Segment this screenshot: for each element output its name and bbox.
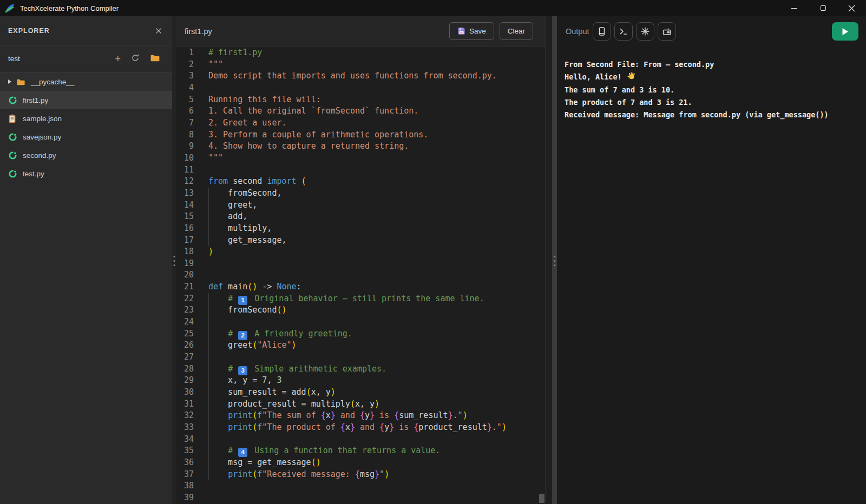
code-token: # — [228, 446, 238, 455]
line-number: 5 — [176, 94, 194, 106]
explorer-editor-splitter[interactable] — [172, 16, 176, 504]
code-token: " — [379, 469, 384, 479]
code-token: ) — [375, 399, 379, 409]
code-line-content: # first1.py — [208, 47, 545, 59]
terminal-button[interactable] — [614, 22, 633, 41]
line-number: 39 — [176, 492, 194, 504]
file-tree-item-savejson-py[interactable]: savejson.py — [0, 128, 172, 146]
file-tree-item-first1-py[interactable]: first1.py — [0, 91, 172, 109]
code-token: product_result — [418, 422, 487, 432]
close-icon — [848, 5, 855, 12]
indent-guide — [208, 410, 209, 422]
code-token: and — [336, 410, 360, 420]
line-number: 4 — [176, 82, 194, 94]
code-line-content: print(f"The sum of {x} and {y} is {sum_r… — [208, 410, 545, 422]
output-line: The sum of 7 and 3 is 10. — [565, 84, 861, 96]
editor-scrollbar-thumb[interactable] — [539, 494, 544, 503]
code-line: 33 print(f"The product of {x} and {y} is… — [176, 422, 545, 434]
code-line-content — [208, 258, 545, 270]
code-token: import — [267, 176, 296, 186]
line-number: 34 — [176, 434, 194, 446]
code-token: x, y — [355, 399, 375, 409]
code-line: 17 get_message, — [176, 235, 545, 247]
code-token: ) — [463, 410, 468, 420]
code-line: 18) — [176, 246, 545, 258]
explorer-panel: EXPLORER test + __pycache__first1.pysam — [0, 16, 172, 504]
save-button[interactable]: Save — [449, 22, 494, 40]
refresh-button[interactable] — [131, 54, 140, 64]
folder-icon — [16, 77, 25, 87]
code-line: 28 # 3 Simple arithmetic examples. — [176, 363, 545, 375]
window-controls — [780, 0, 866, 16]
clear-button[interactable]: Clear — [500, 22, 533, 40]
code-token: "Alice" — [257, 340, 291, 350]
code-line: 39 — [176, 492, 545, 504]
minimize-button[interactable] — [780, 0, 809, 16]
code-line: 2""" — [176, 59, 545, 71]
indent-guide — [208, 223, 209, 235]
code-token: ." — [453, 410, 463, 420]
output-text: The sum of 7 and 3 is 10. — [565, 84, 674, 96]
close-icon — [155, 28, 162, 34]
explorer-close-button[interactable] — [154, 26, 163, 36]
code-token: 2. Greet a user. — [208, 118, 287, 128]
python-icon — [8, 169, 17, 178]
code-line-content: from second import ( — [208, 176, 545, 188]
code-line: 20 — [176, 269, 545, 281]
file-tree-item-sample-json[interactable]: sample.json — [0, 109, 172, 128]
code-editor[interactable]: 1# first1.py2"""3Demo script that import… — [176, 47, 545, 504]
code-token: ." — [492, 422, 502, 432]
code-token: ( — [252, 422, 257, 432]
code-line-content: 4. Show how to capture a returned string… — [208, 141, 545, 152]
notebook-button[interactable] — [593, 22, 611, 41]
code-token: 4. Show how to capture a returned string… — [208, 141, 409, 151]
chevron-right-icon[interactable] — [8, 79, 11, 84]
code-token: { — [355, 469, 360, 479]
code-token: product_result = multiply — [208, 399, 350, 409]
code-token: add, — [208, 211, 247, 221]
code-line: 38 — [176, 480, 545, 492]
code-line-content — [208, 352, 545, 363]
code-token: ) — [208, 247, 213, 256]
editor-output-splitter[interactable] — [552, 16, 557, 504]
code-token: second — [228, 176, 267, 186]
file-tree-item-test-py[interactable]: test.py — [0, 164, 172, 183]
file-label: __pycache__ — [31, 78, 74, 86]
code-line-content: msg = get_message() — [208, 457, 545, 469]
clear-button-label: Clear — [508, 27, 525, 35]
line-number: 29 — [176, 375, 194, 387]
code-line-content: """ — [208, 59, 545, 71]
code-token: is — [394, 422, 414, 432]
code-line-content: product_result = multiply(x, y) — [208, 399, 545, 410]
code-line-content — [208, 492, 545, 504]
code-line-content: ) — [208, 246, 545, 258]
new-file-button[interactable]: + — [115, 54, 121, 64]
line-number: 17 — [176, 235, 194, 247]
maximize-button[interactable] — [809, 0, 837, 16]
line-number: 19 — [176, 258, 194, 270]
code-token — [208, 294, 228, 303]
run-button[interactable] — [832, 22, 858, 41]
code-line: 5Running this file will: — [176, 94, 545, 106]
asterisk-button[interactable] — [636, 22, 654, 41]
workspace-row: test + — [0, 45, 172, 72]
radio-button[interactable] — [658, 22, 676, 41]
code-line-content: print(f"The product of {x} and {y} is {p… — [208, 422, 545, 434]
code-token: main — [223, 282, 247, 291]
code-token: multiply, — [208, 223, 272, 233]
code-line: 30 sum_result = add(x, y) — [176, 387, 545, 399]
output-console: From Second File: From – second.pyHello,… — [557, 47, 866, 121]
code-token: ( — [252, 410, 257, 420]
line-number: 21 — [176, 281, 194, 293]
code-line: 61. Call the original `fromSecond` funct… — [176, 105, 545, 117]
file-tree-item-second-py[interactable]: second.py — [0, 146, 172, 164]
close-button[interactable] — [837, 0, 866, 16]
code-token: { — [394, 410, 399, 420]
json-file-icon — [8, 114, 17, 123]
open-folder-button[interactable] — [150, 54, 160, 64]
code-line-content: multiply, — [208, 223, 545, 235]
code-token: get_message, — [208, 235, 287, 245]
code-token: ) — [292, 340, 297, 350]
code-line-content: Running this file will: — [208, 94, 545, 106]
file-tree-item--pycache-[interactable]: __pycache__ — [0, 72, 172, 91]
